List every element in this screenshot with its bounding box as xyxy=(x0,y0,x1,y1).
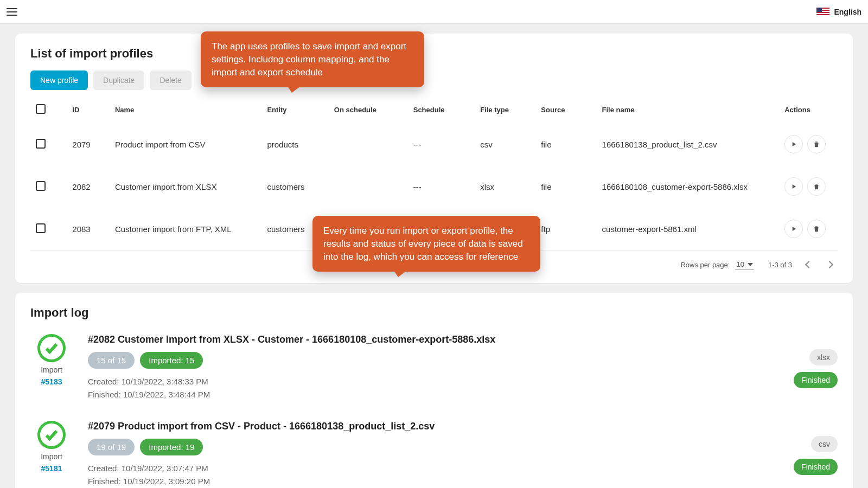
cell-entity: products xyxy=(261,123,328,165)
us-flag-icon xyxy=(816,8,829,16)
row-checkbox[interactable] xyxy=(36,181,46,191)
dropdown-icon xyxy=(748,263,753,266)
cell-source: ftp xyxy=(535,208,596,250)
cell-schedule: --- xyxy=(408,123,475,165)
profiles-button-row: New profile Duplicate Delete xyxy=(30,70,838,90)
col-id: ID xyxy=(67,98,110,123)
cell-id: 2083 xyxy=(67,208,110,250)
col-name: Name xyxy=(110,98,262,123)
log-type-label: Import xyxy=(41,365,62,374)
cell-file-name: customer-export-5861.xml xyxy=(597,208,780,250)
row-checkbox[interactable] xyxy=(36,139,46,149)
callout-profiles: The app uses profiles to save import and… xyxy=(201,31,424,87)
cell-file-type: xlsx xyxy=(475,165,535,208)
cell-file-name: 1666180138_product_list_2.csv xyxy=(597,123,780,165)
count-pill: 19 of 19 xyxy=(88,439,135,455)
log-item: Import #5181 #2079 Product import from C… xyxy=(30,421,838,488)
log-item-title: #2079 Product import from CSV - Product … xyxy=(88,421,435,432)
log-title: Import log xyxy=(30,306,838,320)
delete-row-button[interactable] xyxy=(807,135,826,153)
cell-file-name: 1666180108_customer-export-5886.xlsx xyxy=(597,165,780,208)
log-finished: Finished: 10/19/2022, 3:09:20 PM xyxy=(88,475,435,488)
delete-button[interactable]: Delete xyxy=(150,70,191,90)
top-bar: English xyxy=(0,0,868,24)
success-icon xyxy=(37,421,66,449)
log-id-link[interactable]: #5181 xyxy=(41,464,62,473)
cell-file-type: csv xyxy=(475,123,535,165)
col-file-name: File name xyxy=(597,98,780,123)
col-file-type: File type xyxy=(475,98,535,123)
run-button[interactable] xyxy=(784,177,803,196)
col-schedule: Schedule xyxy=(408,98,475,123)
cell-source: file xyxy=(535,123,596,165)
log-created: Created: 10/19/2022, 3:48:33 PM xyxy=(88,375,495,388)
cell-source: file xyxy=(535,165,596,208)
cell-entity: customers xyxy=(261,165,328,208)
profiles-title: List of import profiles xyxy=(30,47,838,61)
cell-name: Customer import from FTP, XML xyxy=(110,208,262,250)
row-checkbox[interactable] xyxy=(36,223,46,233)
rows-range: 1-3 of 3 xyxy=(768,261,792,269)
rows-per-page-value: 10 xyxy=(736,260,744,268)
log-created: Created: 10/19/2022, 3:07:47 PM xyxy=(88,462,435,475)
language-label: English xyxy=(834,8,861,16)
imported-pill: Imported: 19 xyxy=(140,439,203,455)
cell-id: 2082 xyxy=(67,165,110,208)
callout-log-text: Every time you run import or export prof… xyxy=(323,226,523,262)
callout-log: Every time you run import or export prof… xyxy=(312,216,540,272)
duplicate-button[interactable]: Duplicate xyxy=(93,70,144,90)
cell-name: Customer import from XLSX xyxy=(110,165,262,208)
table-row[interactable]: 2079 Product import from CSV products --… xyxy=(30,123,838,165)
log-finished: Finished: 10/19/2022, 3:48:44 PM xyxy=(88,388,495,401)
prev-page-button[interactable] xyxy=(805,261,813,268)
run-button[interactable] xyxy=(784,220,803,238)
language-switcher[interactable]: English xyxy=(816,8,861,16)
log-type-label: Import xyxy=(41,452,62,461)
col-actions: Actions xyxy=(779,98,838,123)
log-item-title: #2082 Customer import from XLSX - Custom… xyxy=(88,334,495,345)
col-on-schedule: On schedule xyxy=(329,98,408,123)
format-badge: csv xyxy=(811,436,838,452)
next-page-button[interactable] xyxy=(826,261,833,268)
select-all-checkbox[interactable] xyxy=(36,104,46,114)
format-badge: xlsx xyxy=(809,349,838,365)
log-item: Import #5183 #2082 Customer import from … xyxy=(30,334,838,401)
callout-profiles-text: The app uses profiles to save import and… xyxy=(212,41,406,78)
cell-schedule: --- xyxy=(408,165,475,208)
run-button[interactable] xyxy=(784,135,803,153)
cell-name: Product import from CSV xyxy=(110,123,262,165)
log-card: Import log Import #5183 #2082 Customer i… xyxy=(15,293,853,488)
log-id-link[interactable]: #5183 xyxy=(41,377,62,386)
cell-id: 2079 xyxy=(67,123,110,165)
status-badge: Finished xyxy=(794,459,838,475)
rows-per-page-select[interactable]: 10 xyxy=(735,259,754,270)
status-badge: Finished xyxy=(794,372,838,388)
col-source: Source xyxy=(535,98,596,123)
menu-icon[interactable] xyxy=(7,5,20,18)
table-row[interactable]: 2082 Customer import from XLSX customers… xyxy=(30,165,838,208)
delete-row-button[interactable] xyxy=(807,220,826,238)
new-profile-button[interactable]: New profile xyxy=(30,70,88,90)
delete-row-button[interactable] xyxy=(807,177,826,196)
imported-pill: Imported: 15 xyxy=(140,352,203,369)
success-icon xyxy=(37,334,66,362)
count-pill: 15 of 15 xyxy=(88,352,135,369)
rows-per-page-label: Rows per page: xyxy=(680,261,730,269)
